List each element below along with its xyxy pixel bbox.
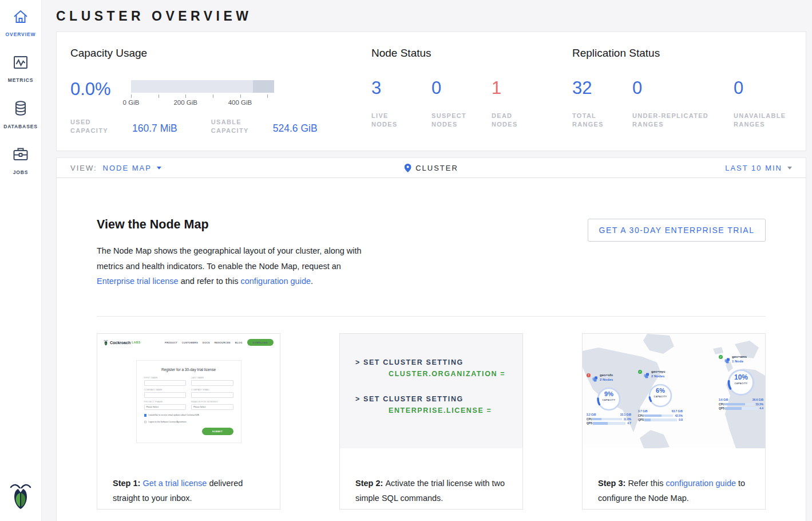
dead-nodes-value: 1 (492, 78, 532, 98)
under-replicated-ranges-stat: 0 UNDER-REPLICATED RANGES (632, 78, 734, 129)
enterprise-license-setting: ENTERPRISE.LICENSE = (389, 406, 522, 415)
sidebar-item-jobs[interactable]: JOBS (0, 137, 41, 183)
node-map-description: The Node Map shows the geographical layo… (97, 243, 367, 289)
live-status-dot: ✓ (638, 370, 642, 374)
step-1-caption: Step 1: Get a trial license delivered st… (97, 457, 280, 506)
cockroach-labs-logo: Cockroach LABS (104, 340, 140, 346)
tick-label: 0 GiB (123, 99, 140, 106)
dead-nodes-label: DEAD NODES (492, 112, 532, 129)
replication-status-section: Replication Status 32 TOTAL RANGES 0 UND… (572, 46, 797, 151)
trial-registration-thumbnail: Cockroach LABS PRODUCT CUSTOMERS DOCS RE… (97, 334, 280, 448)
locality-badge-nyc: ✓ geo=nyc 2 Nodes (638, 369, 683, 421)
step-3-card: ! geo=sfo 2 Nodes (582, 333, 766, 510)
license-agreement-checkbox (144, 421, 147, 424)
cluster-organization-setting: CLUSTER.ORGANIZATION = (389, 370, 522, 378)
under-replicated-ranges-label: UNDER-REPLICATED RANGES (632, 112, 724, 129)
live-nodes-value: 3 (371, 78, 431, 98)
location-pin-icon (404, 164, 411, 172)
scope-label: CLUSTER (415, 164, 458, 172)
suspect-nodes-label: SUSPECT NODES (431, 112, 472, 129)
used-capacity-value: 160.7 MiB (132, 123, 177, 135)
live-nodes-label: LIVE NODES (371, 112, 411, 129)
capacity-gauge-ticks (131, 93, 274, 98)
chevron-down-icon (157, 167, 161, 169)
dead-status-dot: ! (587, 373, 591, 377)
registration-form-title: Register for a 30-day trial license (144, 368, 233, 372)
sidebar-item-label: DATABASES (3, 124, 38, 129)
suspect-nodes-value: 0 (431, 78, 492, 98)
download-button: DOWNLOAD (247, 339, 274, 346)
sidebar-item-overview[interactable]: OVERVIEW (0, 0, 41, 46)
capacity-gauge: 0 GiB 200 GiB 400 GiB (131, 80, 274, 106)
node-cubes-icon (724, 356, 730, 366)
unavailable-ranges-value: 0 (734, 78, 797, 98)
enterprise-trial-license-link[interactable]: Enterprise trial license (97, 277, 179, 286)
total-ranges-value: 32 (572, 78, 632, 98)
view-label: VIEW: (70, 164, 97, 172)
unavailable-ranges-stat: 0 UNAVAILABLE RANGES (734, 78, 797, 129)
cluster-summary-panel: Capacity Usage 0.0% 0 GiB 200 GiB 400 Gi… (56, 31, 806, 151)
total-ranges-label: TOTAL RANGES (572, 112, 612, 129)
sidebar-item-label: JOBS (13, 169, 29, 175)
view-bar: VIEW: NODE MAP CLUSTER LAST 10 MIN (56, 157, 806, 178)
capacity-usage-section: Capacity Usage 0.0% 0 GiB 200 GiB 400 Gi… (70, 46, 371, 151)
time-range-dropdown[interactable]: LAST 10 MIN (725, 164, 792, 172)
configuration-guide-link[interactable]: configuration guide (240, 277, 311, 286)
company-email-field (191, 392, 233, 398)
sidebar-item-metrics[interactable]: METRICS (0, 46, 41, 92)
node-status-section: Node Status 3 LIVE NODES 0 SUSPECT NODES… (371, 46, 572, 151)
enterprise-trial-button[interactable]: GET A 30-DAY ENTERPRISE TRIAL (588, 219, 766, 242)
section-divider (97, 316, 766, 317)
view-selector-dropdown[interactable]: NODE MAP (103, 164, 161, 172)
configuration-guide-link[interactable]: configuration guide (666, 479, 736, 488)
step-2-caption: Step 2: Activate the trial license with … (340, 457, 522, 506)
node-map-panel: View the Node Map The Node Map shows the… (56, 178, 806, 521)
node-map-title: View the Node Map (97, 217, 367, 232)
site-nav: PRODUCT CUSTOMERS DOCS RESOURCES BLOG DO… (160, 339, 274, 346)
databases-icon (13, 100, 29, 119)
used-capacity-label: USED CAPACITY (70, 118, 118, 135)
locality-badge-ams: ✓ geo=ams 1 Node (719, 354, 763, 410)
usable-capacity-value: 524.6 GiB (273, 123, 318, 135)
step-3-caption: Step 3: Refer this configuration guide t… (583, 457, 765, 506)
step-1-card: Cockroach LABS PRODUCT CUSTOMERS DOCS RE… (97, 333, 280, 510)
project-phase-select: Please Select (144, 404, 187, 410)
email-updates-checkbox (144, 414, 147, 417)
view-selector-value: NODE MAP (103, 164, 152, 172)
capacity-percent: 0.0% (70, 80, 131, 106)
live-nodes-stat: 3 LIVE NODES (371, 78, 431, 129)
scope-indicator: CLUSTER (404, 164, 458, 172)
registration-form: Register for a 30-day trial license FIRS… (136, 360, 241, 443)
capacity-gauge-labels: 0 GiB 200 GiB 400 GiB (131, 98, 274, 106)
jobs-icon (12, 146, 29, 164)
node-status-title: Node Status (371, 46, 572, 60)
home-icon (12, 9, 29, 26)
capacity-usage-title: Capacity Usage (70, 46, 371, 60)
last-name-field (191, 380, 233, 386)
usable-capacity-label: USABLE CAPACITY (211, 118, 259, 135)
tick-label: 400 GiB (228, 99, 252, 106)
sql-commands-thumbnail: > SET CLUSTER SETTING CLUSTER.ORGANIZATI… (340, 334, 522, 448)
locality-badge-sfo: ! geo=sfo 2 Nodes (587, 373, 631, 425)
get-trial-license-link[interactable]: Get a trial license (142, 479, 207, 488)
node-cubes-icon (592, 374, 598, 384)
under-replicated-ranges-value: 0 (632, 78, 734, 98)
cockroach-bug-icon (104, 340, 108, 346)
unavailable-ranges-label: UNAVAILABLE RANGES (734, 112, 797, 129)
dead-nodes-stat: 1 DEAD NODES (492, 78, 532, 129)
first-name-field (144, 380, 187, 386)
capacity-gauge-bar (131, 80, 274, 93)
tick-label: 200 GiB (173, 99, 197, 106)
replication-status-title: Replication Status (572, 46, 797, 60)
sidebar: OVERVIEW METRICS DATABASES (0, 0, 42, 521)
step-2-card: > SET CLUSTER SETTING CLUSTER.ORGANIZATI… (339, 333, 523, 510)
reason-select: Please Select (191, 404, 233, 410)
company-name-field (144, 392, 187, 398)
suspect-nodes-stat: 0 SUSPECT NODES (431, 78, 492, 129)
sidebar-item-databases[interactable]: DATABASES (0, 92, 41, 137)
time-range-value: LAST 10 MIN (725, 164, 782, 172)
sidebar-item-label: OVERVIEW (6, 31, 36, 37)
node-map-thumbnail: ! geo=sfo 2 Nodes (583, 334, 765, 448)
page-title: CLUSTER OVERVIEW (56, 8, 806, 24)
node-cubes-icon (644, 370, 649, 381)
